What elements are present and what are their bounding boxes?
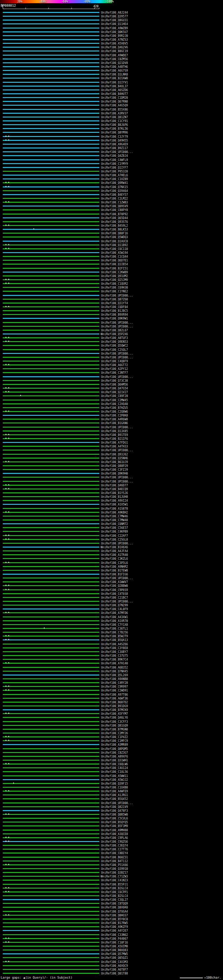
hit-label[interactable]: UniRef100_C2Q8W6 bbox=[101, 410, 128, 414]
hit-label[interactable]: UniRef100_A5W194 bbox=[101, 251, 128, 255]
hit-label[interactable]: UniRef100_A4BTH6 bbox=[101, 65, 128, 68]
hit-label[interactable]: UniRef100_C41N23 bbox=[101, 879, 128, 882]
hit-label[interactable]: UniRef100_P95320 bbox=[101, 170, 128, 173]
hit-label[interactable]: UniRef100_C7BJ56 bbox=[101, 631, 128, 634]
hit-label[interactable]: UniRef100_Q9K9W1 bbox=[101, 317, 128, 320]
hit-label[interactable]: UniRef100_B7MCK9 bbox=[101, 708, 128, 712]
hit-label[interactable]: UniRef100_B7KL56 bbox=[101, 127, 128, 130]
hit-label[interactable]: UniRef100_Q57MW5 bbox=[101, 953, 128, 956]
hit-label[interactable]: UniRef100_Q81ZN7 bbox=[101, 116, 128, 119]
hit-label[interactable]: UniRef100_A9NHR2 bbox=[101, 565, 128, 568]
hit-label[interactable]: UniRef100_B5Y0C8 bbox=[101, 918, 128, 921]
hit-label[interactable]: UniRef100_Q5P2X6 bbox=[101, 333, 128, 336]
hit-label[interactable]: UniRef100_Q1IB54 bbox=[101, 263, 128, 266]
hit-label[interactable]: UniRef100_A8TUF3 bbox=[101, 337, 128, 340]
hit-label[interactable]: UniRef100_B1FIG6 bbox=[101, 573, 128, 576]
hit-label[interactable]: UniRef100_C6QLW6 bbox=[101, 763, 128, 766]
hit-label[interactable]: UniRef100_Q65D44 bbox=[101, 216, 128, 220]
hit-label[interactable]: UniRef100_A9WDE7 bbox=[101, 54, 128, 57]
hit-label[interactable]: UniRef100_A1S878 bbox=[101, 507, 128, 510]
hit-label[interactable]: UniRef100_A9WZB9 bbox=[101, 27, 128, 30]
hit-label[interactable]: UniRef100_Q67RN8 bbox=[101, 100, 128, 103]
hit-label[interactable]: UniRef100_B61UJ9 bbox=[101, 461, 128, 464]
hit-label[interactable]: UniRef100_C27T76 bbox=[101, 848, 128, 851]
hit-label[interactable]: UniRef100_C3NTF7 bbox=[101, 371, 128, 374]
hit-label[interactable]: UniRef100_Q05QZ1 bbox=[101, 956, 128, 959]
hit-label[interactable]: UniRef100_Q46LY6 bbox=[101, 716, 128, 719]
hit-label[interactable]: UniRef100_C1QUR2 bbox=[101, 282, 128, 285]
hit-label[interactable]: UniRef100_C1O4B8 bbox=[101, 786, 128, 789]
hit-label[interactable]: UniRef100_C8BIY4 bbox=[101, 852, 128, 855]
hit-label[interactable]: UniRef100_Q9RW41 bbox=[101, 181, 128, 185]
hit-label[interactable]: UniRef100_B5F3M9 bbox=[101, 825, 128, 828]
hit-label[interactable]: UniRef100_B4HUT7 bbox=[101, 92, 128, 95]
hit-label[interactable]: UniRef100_A7HEL6 bbox=[101, 174, 128, 177]
hit-label[interactable]: UniRef100_Q6D7E1 bbox=[101, 259, 128, 262]
hit-label[interactable]: UniRef100_C1YMY9 bbox=[101, 162, 128, 165]
hit-label[interactable]: UniRef100_Q39577 bbox=[101, 15, 128, 18]
hit-label[interactable]: UniRef100_Q09SV9 bbox=[101, 205, 128, 208]
hit-label[interactable]: UniRef100_A7NZS3 bbox=[101, 38, 128, 41]
hit-label[interactable]: UniRef100_Q47G54 bbox=[101, 387, 128, 390]
hit-label[interactable]: UniRef100_C21BC7 bbox=[101, 596, 128, 599]
hit-label[interactable]: UniRef100_Q1IYF7 bbox=[101, 166, 128, 169]
hit-label[interactable]: UniRef100_A6B352 bbox=[101, 666, 128, 669]
hit-label[interactable]: UniRef100_B17RW5 bbox=[101, 921, 128, 925]
hit-label[interactable]: UniRef100_UPI000... bbox=[101, 600, 133, 603]
hit-label[interactable]: UniRef100_C2SQL7 bbox=[101, 348, 128, 352]
hit-label[interactable]: UniRef100_UPI000... bbox=[101, 352, 133, 355]
hit-label[interactable]: UniRef100_C9PLA6 bbox=[101, 837, 128, 840]
hit-label[interactable]: UniRef100_Q9EN53 bbox=[101, 340, 128, 344]
hit-label[interactable]: UniRef100_C5CUL6 bbox=[101, 817, 128, 820]
hit-label[interactable]: UniRef100_C3QL27 bbox=[101, 898, 128, 901]
hit-label[interactable]: UniRef100_Q4Z8J4 bbox=[101, 154, 128, 158]
hit-label[interactable]: UniRef100_A1WWV7 bbox=[101, 581, 128, 584]
hit-label[interactable]: UniRef100_A43XW1 bbox=[101, 616, 128, 619]
hit-label[interactable]: UniRef100_C37U75 bbox=[101, 654, 128, 657]
hit-label[interactable]: UniRef100_C3JY79 bbox=[101, 135, 128, 138]
hit-label[interactable]: UniRef100_A9KBH2 bbox=[101, 511, 128, 514]
hit-label[interactable]: UniRef100_C2P8K8 bbox=[101, 414, 128, 417]
hit-label[interactable]: UniRef100_Q7NH45 bbox=[101, 670, 128, 673]
hit-label[interactable]: UniRef100_A5V0V5 bbox=[101, 42, 128, 45]
hit-label[interactable]: UniRef100_Q3BZ17 bbox=[101, 871, 128, 874]
hit-label[interactable]: UniRef100_Q49H55 bbox=[101, 139, 128, 142]
hit-label[interactable]: UniRef100_C4Q8F9 bbox=[101, 360, 128, 363]
hit-label[interactable]: UniRef100_Q31YT4 bbox=[101, 302, 128, 305]
hit-label[interactable]: UniRef100_C3EQ74 bbox=[101, 844, 128, 847]
hit-label[interactable]: UniRef100_Q91UM2 bbox=[101, 275, 128, 278]
hit-label[interactable]: UniRef100_Q93J62 bbox=[101, 453, 128, 456]
hit-label[interactable]: UniRef100_Q39464 bbox=[101, 189, 128, 192]
hit-label[interactable]: UniRef100_A1TR40 bbox=[101, 554, 128, 557]
hit-label[interactable]: UniRef100_Q21DV8 bbox=[101, 62, 128, 65]
hit-label[interactable]: UniRef100_A3MR89 bbox=[101, 743, 128, 746]
hit-label[interactable]: UniRef100_A4TH33 bbox=[101, 445, 128, 448]
hit-label[interactable]: UniRef100_B4S9L2 bbox=[101, 224, 128, 228]
hit-label[interactable]: UniRef100_Q821V9 bbox=[101, 805, 128, 808]
hit-label[interactable]: UniRef100_UPI000... bbox=[101, 542, 133, 545]
hit-label[interactable]: UniRef100_Q21V27 bbox=[101, 391, 128, 394]
hit-label[interactable]: UniRef100_C1DM20 bbox=[101, 96, 128, 99]
hit-label[interactable]: UniRef100_A6GT72 bbox=[101, 364, 128, 367]
hit-label[interactable]: UniRef100_C7Y1X8 bbox=[101, 623, 128, 627]
hit-label[interactable]: UniRef100_C4U124 bbox=[101, 767, 128, 770]
hit-label[interactable]: UniRef100_B4T112 bbox=[101, 860, 128, 863]
hit-label[interactable]: UniRef100_A6T8F7 bbox=[101, 968, 128, 971]
hit-label[interactable]: UniRef100_Q87Z60 bbox=[101, 298, 128, 301]
hit-label[interactable]: UniRef100_UPI000... bbox=[101, 480, 133, 483]
hit-label[interactable]: UniRef100_A7MFD6 bbox=[101, 611, 128, 615]
hit-label[interactable]: UniRef100_Q6HM56 bbox=[101, 383, 128, 386]
hit-label[interactable]: UniRef100_B5WJT9 bbox=[101, 635, 128, 638]
hit-label[interactable]: UniRef100_C6DF04 bbox=[101, 305, 128, 309]
hit-label[interactable]: UniRef100_Q0HGS7 bbox=[101, 914, 128, 917]
hit-label[interactable]: UniRef100_B1JUH8 bbox=[101, 495, 128, 498]
hit-label[interactable]: UniRef100_A3RV37 bbox=[101, 112, 128, 115]
hit-label[interactable]: UniRef100_A1V5W1 bbox=[101, 503, 128, 506]
hit-label[interactable]: UniRef100_B60Z31 bbox=[101, 856, 128, 859]
hit-label[interactable]: UniRef100_C8Z3G7 bbox=[101, 751, 128, 754]
hit-label[interactable]: UniRef100_C3UBY7 bbox=[101, 651, 128, 654]
hit-label[interactable]: UniRef100_Q1AUC0 bbox=[101, 240, 128, 243]
hit-label[interactable]: UniRef100_A89XF6 bbox=[101, 755, 128, 758]
hit-label[interactable]: UniRef100_B2GLC4 bbox=[101, 887, 128, 890]
hit-label[interactable]: UniRef100_B1YSJ6 bbox=[101, 492, 128, 495]
